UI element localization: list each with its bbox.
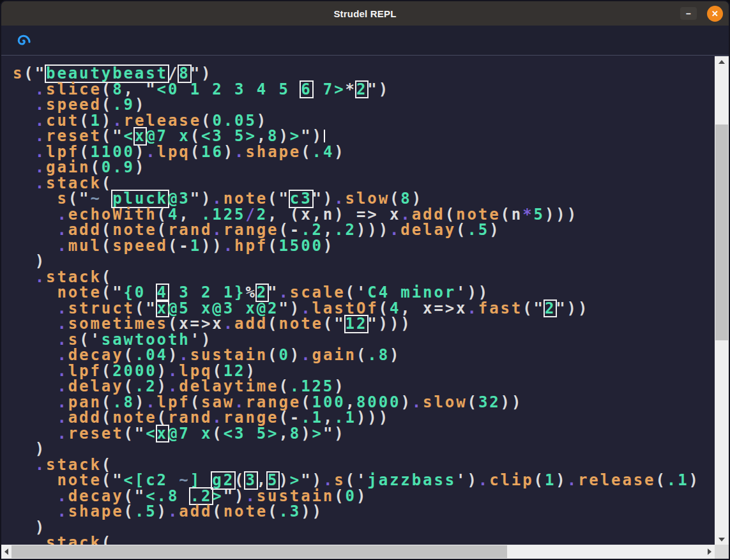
code-line[interactable]: .stack( bbox=[13, 535, 715, 545]
code-token: . bbox=[57, 237, 68, 255]
code-line[interactable]: .s('sawtooth') bbox=[13, 332, 715, 348]
code-token: ) bbox=[556, 471, 567, 489]
code-token: ") bbox=[323, 425, 346, 443]
active-token: g2 bbox=[212, 473, 234, 488]
code-line[interactable]: s("~ pluck@3").note("c3").slow(8) bbox=[13, 191, 715, 207]
code-token: * bbox=[346, 80, 356, 98]
code-token: (" bbox=[522, 299, 545, 317]
code-token: ( bbox=[334, 487, 345, 505]
code-line[interactable]: .decay("<.8 .2>").sustain(0) bbox=[13, 488, 715, 504]
code-token: 7> bbox=[312, 80, 346, 98]
active-token: c3 bbox=[290, 191, 312, 207]
scroll-left-button[interactable] bbox=[1, 545, 11, 559]
code-token: ) bbox=[290, 346, 301, 364]
left-arrow-icon bbox=[4, 549, 8, 555]
code-token: . bbox=[224, 237, 234, 255]
code-token: 1500 bbox=[278, 237, 323, 255]
vertical-scrollbar[interactable] bbox=[715, 56, 729, 545]
active-token: 2 bbox=[545, 301, 556, 317]
active-token: 2 bbox=[257, 285, 268, 301]
scroll-up-button[interactable] bbox=[715, 56, 729, 67]
vertical-scroll-thumb[interactable] bbox=[715, 125, 728, 340]
code-token: "))) bbox=[367, 315, 411, 333]
code-line[interactable]: .slice(8, "<0 1 2 3 4 5 6 7>*2") bbox=[13, 82, 715, 98]
code-token: ))) bbox=[356, 221, 390, 239]
code-token: note bbox=[224, 503, 268, 520]
code-line[interactable]: .gain(0.9) bbox=[13, 160, 715, 176]
code-token: 0 bbox=[278, 346, 289, 364]
code-token: 5 bbox=[534, 206, 545, 223]
code-token: add bbox=[179, 503, 212, 520]
code-token: ( bbox=[102, 237, 112, 255]
code-line[interactable]: .pan(.8).lpf(saw.range(100,8000).slow(32… bbox=[13, 395, 715, 411]
code-token: ") bbox=[367, 80, 390, 98]
code-line[interactable]: .reset("<x@7 x(<3 5>,8)>") bbox=[13, 128, 715, 144]
code-token: .3 bbox=[278, 503, 301, 520]
code-token: delay bbox=[400, 221, 456, 239]
code-line[interactable]: .speed(.9) bbox=[13, 97, 715, 113]
code-token: ( bbox=[456, 221, 467, 239]
code-editor[interactable]: s("beautybeast/8") .slice(8, "<0 1 2 3 4… bbox=[1, 56, 715, 545]
code-token: 1 bbox=[545, 471, 556, 489]
text-cursor bbox=[324, 130, 325, 142]
horizontal-scrollbar[interactable] bbox=[1, 545, 715, 559]
active-token: x bbox=[157, 301, 168, 317]
code-line[interactable]: .struct("x@5 x@3 x@2").lastOf(4, x=>x.fa… bbox=[13, 301, 715, 317]
scroll-right-button[interactable] bbox=[704, 545, 715, 559]
close-button[interactable]: ✕ bbox=[707, 6, 723, 22]
code-token: reset bbox=[68, 425, 124, 443]
code-token: shape bbox=[245, 143, 301, 161]
code-token: stack bbox=[46, 534, 102, 545]
code-line[interactable]: .mul(speed(-1)).hpf(1500) bbox=[13, 238, 715, 254]
code-line[interactable]: .decay(.04).sustain(0).gain(.8) bbox=[13, 347, 715, 363]
code-line[interactable]: ) bbox=[13, 520, 715, 536]
strudel-repl-window: Strudel REPL – ✕ s("beautybeast/8") .sli… bbox=[0, 0, 730, 560]
code-token: ( bbox=[468, 393, 478, 411]
code-line[interactable]: .reset("<x@7 x(<3 5>,8)>") bbox=[13, 426, 715, 442]
code-line[interactable]: .stack( bbox=[13, 457, 715, 473]
code-line[interactable]: ) bbox=[13, 254, 715, 269]
code-line[interactable]: note("<[c2 ~] g2(3,5)>").s('jazzbass').c… bbox=[13, 473, 715, 488]
code-token: . bbox=[301, 346, 312, 364]
code-token: .1 bbox=[667, 471, 689, 489]
scrollbar-corner bbox=[715, 545, 729, 559]
minimize-button[interactable]: – bbox=[680, 7, 697, 20]
scroll-down-button[interactable] bbox=[715, 534, 729, 545]
horizontal-scroll-thumb[interactable] bbox=[11, 545, 507, 558]
code-token: ) bbox=[135, 158, 146, 176]
code-line[interactable]: .shape(.5).add(note(.3)) bbox=[13, 504, 715, 520]
code-token: mul bbox=[68, 237, 102, 255]
code-token: ( bbox=[655, 471, 666, 489]
code-token: ( bbox=[212, 503, 223, 520]
code-token: )) bbox=[301, 503, 323, 520]
code-line[interactable]: .stack( bbox=[13, 176, 715, 192]
code-token: . bbox=[567, 471, 578, 489]
active-token: .2 bbox=[190, 488, 213, 504]
code-line[interactable]: .lpf(2000).lpq(12) bbox=[13, 363, 715, 379]
code-line[interactable]: .stack( bbox=[13, 269, 715, 285]
code-token: ) bbox=[334, 143, 345, 161]
code-token: fast bbox=[478, 299, 522, 317]
code-token bbox=[13, 534, 35, 545]
code-line[interactable]: ) bbox=[13, 441, 715, 457]
code-token: . bbox=[224, 315, 234, 333]
code-line[interactable]: s("beautybeast/8") bbox=[13, 66, 715, 82]
strudel-logo-icon[interactable] bbox=[14, 31, 33, 50]
code-token: ( bbox=[124, 503, 135, 520]
code-line[interactable]: .add(note(rand.range(-.2,.2))).delay(.5) bbox=[13, 222, 715, 238]
code-line[interactable]: .lpf(1100).lpq(16).shape(.4) bbox=[13, 144, 715, 160]
code-line[interactable]: .echoWith(4, .125/2, (x,n) => x.add(note… bbox=[13, 207, 715, 223]
active-token: beautybeast bbox=[46, 66, 168, 82]
code-line[interactable]: .sometimes(x=>x.add(note("12"))) bbox=[13, 316, 715, 332]
code-line[interactable]: .add(note(rand.range(-.1,.1))) bbox=[13, 410, 715, 426]
code-token: ( bbox=[268, 346, 278, 364]
code-line[interactable]: note("{0 4 3 2 1}%2".scale('C4 minor')) bbox=[13, 285, 715, 301]
active-token: 8 bbox=[179, 66, 190, 82]
code-line[interactable]: .cut(1).release(0.05) bbox=[13, 113, 715, 129]
active-token: pluck bbox=[112, 191, 168, 207]
code-token: @7 x bbox=[168, 425, 212, 443]
code-token: ))) bbox=[356, 409, 390, 427]
code-token: (- bbox=[168, 237, 190, 255]
code-token: . bbox=[57, 503, 68, 520]
code-line[interactable]: .delay(.2).delaytime(.125) bbox=[13, 379, 715, 395]
